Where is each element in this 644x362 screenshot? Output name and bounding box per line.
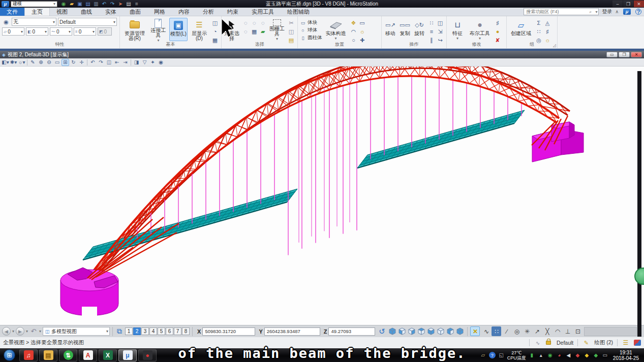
- ribbon-tab-3[interactable]: 视图: [50, 8, 74, 16]
- connect-icon[interactable]: μ: [623, 9, 631, 15]
- boolean-tools-button[interactable]: ● 布尔工具 ▾: [468, 18, 492, 41]
- fence-tools-button[interactable]: 围栅工具 ▾: [268, 18, 286, 41]
- view-cube-5[interactable]: [427, 327, 436, 336]
- tray-alert-icon[interactable]: ◆: [574, 352, 581, 358]
- tray-e-icon[interactable]: ◉: [547, 352, 554, 358]
- view-number-5[interactable]: 5: [158, 327, 165, 335]
- taskbar-green-app[interactable]: ⇅: [59, 349, 77, 361]
- attribute-combo-3[interactable]: 〜0▾: [50, 27, 72, 36]
- attach-tools-button[interactable]: 连接工具 ▾: [149, 18, 168, 41]
- level-display-button[interactable]: ☰ 层显示(D): [189, 18, 209, 41]
- view-restore-button[interactable]: ❐: [619, 52, 630, 57]
- dialog-launcher-icon[interactable]: ◿: [553, 43, 556, 48]
- lock-icon[interactable]: [546, 341, 551, 345]
- pin-icon[interactable]: ➤: [117, 1, 124, 7]
- ribbon-tab-11[interactable]: 实用工具: [245, 8, 281, 16]
- copy-element-button[interactable]: ▭▭ 复制: [398, 18, 412, 41]
- status-snap-icon[interactable]: ∿: [534, 339, 542, 347]
- tray-shield-yellow-icon[interactable]: ◆: [584, 352, 590, 358]
- slab-button[interactable]: ▭ 体块: [300, 19, 322, 26]
- ribbon-tab-4[interactable]: 曲线: [74, 8, 99, 16]
- view-number-1[interactable]: 1: [125, 327, 133, 335]
- misc-tool-icon[interactable]: ♯: [543, 27, 551, 36]
- coord-z-field[interactable]: 49.27093: [328, 327, 375, 336]
- clear-override-icon[interactable]: ✎: [29, 59, 37, 66]
- fit-view-icon[interactable]: ⊞: [62, 59, 69, 66]
- zoom-in-icon[interactable]: ⊕: [37, 59, 45, 66]
- view-number-8[interactable]: 8: [182, 327, 190, 335]
- ribbon-tab-7[interactable]: 网格: [147, 8, 172, 16]
- close-button[interactable]: ✕: [634, 1, 644, 7]
- view-close-button[interactable]: ✕: [631, 52, 642, 57]
- solid-construct-button[interactable]: 实体构造 ▾: [324, 18, 348, 41]
- tray-shield-green-icon[interactable]: ◆: [593, 352, 599, 358]
- taskbar-clock[interactable]: 19:312018-04-25: [613, 350, 639, 361]
- camera-icon[interactable]: ◉: [157, 59, 165, 66]
- view-undo-icon[interactable]: ↶: [89, 59, 97, 66]
- misc-tool-icon[interactable]: ☼: [358, 27, 366, 36]
- collapse-ribbon-icon[interactable]: ∧: [615, 9, 619, 14]
- mirror-icon[interactable]: ◫: [436, 19, 444, 27]
- sphere-button[interactable]: ○ 球体: [300, 27, 322, 34]
- redo-icon[interactable]: ↷: [109, 1, 115, 7]
- tray-up-arrow-icon[interactable]: ▴: [538, 352, 544, 358]
- refresh-view-icon[interactable]: ↺: [377, 327, 387, 336]
- rotate-button[interactable]: ◇↻ 旋转: [413, 18, 426, 41]
- cut-icon[interactable]: ✂: [287, 19, 295, 27]
- maximize-button[interactable]: ❐: [623, 1, 633, 7]
- hatch-icon[interactable]: ♯: [494, 19, 502, 27]
- snap-point-on-icon[interactable]: ⊡: [573, 326, 582, 336]
- adjust-view-icon[interactable]: ☼▾: [18, 59, 25, 66]
- rotate-view-icon[interactable]: ↻: [70, 59, 77, 66]
- element-template-dropdown[interactable]: 无▾: [12, 18, 56, 26]
- snap-perpendicular-icon[interactable]: ⊥: [563, 326, 572, 336]
- features-button[interactable]: ⊔ 特征 ▾: [449, 18, 466, 41]
- select-green-icon[interactable]: ▰: [259, 27, 267, 36]
- view-redo-icon[interactable]: ↷: [97, 59, 105, 66]
- pan-view-icon[interactable]: ✛: [78, 59, 85, 66]
- tray-restore-icon[interactable]: ◱: [498, 352, 505, 358]
- create-region-button[interactable]: ▱ 创建区域: [509, 18, 533, 41]
- misc-tool-icon[interactable]: ◫: [211, 19, 219, 27]
- tray-usb-icon[interactable]: ▮: [529, 352, 535, 358]
- taskbar-excel[interactable]: X: [99, 349, 117, 361]
- window-area-icon[interactable]: ▭: [53, 59, 61, 66]
- view-cube-2[interactable]: [398, 327, 407, 336]
- print-icon[interactable]: ▤: [126, 1, 132, 7]
- view-cube-7[interactable]: [446, 327, 455, 336]
- tray-monitor-icon[interactable]: ▭: [602, 352, 608, 358]
- more-icon[interactable]: ≡: [134, 1, 140, 7]
- clip-volume-icon[interactable]: ▽: [141, 59, 148, 66]
- select-add-icon[interactable]: ▦: [250, 27, 258, 36]
- forward-button[interactable]: ▶: [16, 327, 24, 336]
- display-style-icon[interactable]: ◧▾: [2, 59, 9, 66]
- attribute-combo-2[interactable]: ◧0▾: [26, 27, 48, 36]
- misc-tool-icon[interactable]: ◔: [211, 27, 219, 36]
- attribute-combo-4[interactable]: ≡0▾: [74, 27, 96, 36]
- models-button[interactable]: ▣ 模型(L): [169, 18, 188, 41]
- taskbar-recorder[interactable]: ●: [138, 349, 157, 361]
- ribbon-tab-1[interactable]: 文件: [0, 8, 24, 16]
- help-icon[interactable]: ?: [635, 9, 641, 15]
- snap-origin-icon[interactable]: ✳: [522, 326, 532, 336]
- view-attributes-icon[interactable]: ✱▾: [10, 59, 17, 66]
- misc-tool-icon[interactable]: ◬: [543, 19, 551, 27]
- select-circle-icon[interactable]: ◌: [241, 19, 250, 27]
- snap-intersection-icon[interactable]: ╳: [542, 326, 552, 336]
- taskbar-microstation[interactable]: μ: [118, 349, 137, 361]
- view-number-7[interactable]: 7: [174, 327, 181, 335]
- tray-folder-icon[interactable]: ▱: [480, 352, 486, 358]
- zoom-out-icon[interactable]: ⊖: [45, 59, 53, 66]
- copy-icon[interactable]: ◫: [287, 27, 295, 36]
- taskbar-netease-music[interactable]: ♫: [19, 349, 38, 361]
- fillet-icon[interactable]: ●: [494, 27, 502, 36]
- personal-icon[interactable]: ◉: [60, 1, 67, 7]
- active-level-value[interactable]: Default: [557, 340, 573, 346]
- cpu-temperature[interactable]: 27℃CPU温度: [507, 350, 526, 360]
- attribute-combo-5[interactable]: ◩0: [98, 27, 112, 36]
- chevron-down-icon[interactable]: ▾: [595, 10, 597, 14]
- view-cube-6[interactable]: [437, 327, 445, 336]
- ribbon-tab-12[interactable]: 绘图辅助: [281, 8, 316, 16]
- microstation-logo-icon[interactable]: μ: [2, 1, 9, 7]
- sign-in-button[interactable]: 登录: [602, 8, 612, 15]
